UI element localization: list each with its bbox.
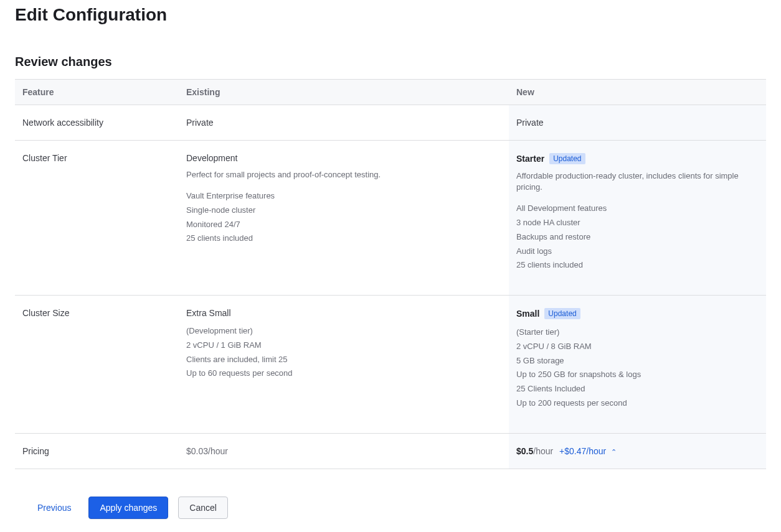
list-item: (Development tier) <box>186 324 501 338</box>
list-item: 25 clients included <box>516 258 759 273</box>
feature-label: Pricing <box>15 434 179 469</box>
list-item: 25 Clients Included <box>516 382 759 396</box>
price-existing-value: $0.03/hour <box>186 446 228 456</box>
list-item: 2 vCPU / 8 GiB RAM <box>516 340 759 354</box>
list-item: Single-node cluster <box>186 203 501 218</box>
price-new-amount: $0.5 <box>516 446 533 456</box>
review-table: Feature Existing New Network accessibili… <box>15 79 766 469</box>
list-item: 3 node HA cluster <box>516 216 759 230</box>
section-title: Review changes <box>15 55 766 69</box>
tier-desc-new: Affordable production-ready cluster, inc… <box>516 170 759 193</box>
tier-name-new: Starter <box>516 154 544 164</box>
cancel-button[interactable]: Cancel <box>178 497 228 519</box>
size-name-existing: Extra Small <box>186 308 501 318</box>
existing-value: Private <box>179 105 509 140</box>
list-item: 2 vCPU / 1 GiB RAM <box>186 338 501 353</box>
table-row-pricing: Pricing $0.03/hour $0.5/hour +$0.47/hour… <box>15 434 766 469</box>
feature-label: Network accessibility <box>15 105 179 140</box>
table-row-tier: Cluster Tier Development Perfect for sma… <box>15 141 766 296</box>
feature-label: Cluster Tier <box>15 141 179 295</box>
header-new: New <box>509 80 766 105</box>
list-item: Up to 60 requests per second <box>186 366 501 381</box>
list-item: Up to 250 GB for snapshots & logs <box>516 368 759 382</box>
list-item: 5 GB storage <box>516 354 759 368</box>
table-row-network: Network accessibility Private Private <box>15 105 766 141</box>
existing-price: $0.03/hour <box>179 434 509 469</box>
price-new-unit: /hour <box>533 446 553 456</box>
action-bar: Previous Apply changes Cancel <box>15 497 766 519</box>
list-item: Vault Enterprise features <box>186 189 501 203</box>
price-delta-value: +$0.47/hour <box>559 446 606 456</box>
existing-tier: Development Perfect for small projects a… <box>179 141 509 295</box>
size-features-existing: (Development tier) 2 vCPU / 1 GiB RAM Cl… <box>186 324 501 381</box>
new-size: Small Updated (Starter tier) 2 vCPU / 8 … <box>509 296 766 433</box>
size-name-new: Small <box>516 309 539 319</box>
list-item: All Development features <box>516 202 759 216</box>
new-tier: Starter Updated Affordable production-re… <box>509 141 766 295</box>
list-item: (Starter tier) <box>516 325 759 340</box>
page-title: Edit Configuration <box>15 5 766 25</box>
list-item: 25 clients included <box>186 231 501 246</box>
table-row-size: Cluster Size Extra Small (Development ti… <box>15 296 766 434</box>
list-item: Backups and restore <box>516 230 759 245</box>
header-existing: Existing <box>179 80 509 105</box>
existing-size: Extra Small (Development tier) 2 vCPU / … <box>179 296 509 433</box>
previous-button[interactable]: Previous <box>30 497 78 518</box>
header-feature: Feature <box>15 80 179 105</box>
list-item: Audit logs <box>516 245 759 259</box>
feature-label: Cluster Size <box>15 296 179 433</box>
apply-changes-button[interactable]: Apply changes <box>88 497 168 519</box>
new-price: $0.5/hour +$0.47/hour ⌃ <box>509 434 766 469</box>
list-item: Up to 200 requests per second <box>516 396 759 411</box>
tier-name-existing: Development <box>186 153 501 163</box>
tier-features-new: All Development features 3 node HA clust… <box>516 202 759 273</box>
list-item: Clients are included, limit 25 <box>186 353 501 367</box>
new-value: Private <box>509 105 766 140</box>
tier-features-existing: Vault Enterprise features Single-node cl… <box>186 189 501 246</box>
size-features-new: (Starter tier) 2 vCPU / 8 GiB RAM 5 GB s… <box>516 325 759 411</box>
table-header-row: Feature Existing New <box>15 79 766 105</box>
chevron-up-icon: ⌃ <box>611 448 617 456</box>
updated-badge: Updated <box>544 308 580 319</box>
list-item: Monitored 24/7 <box>186 218 501 232</box>
updated-badge: Updated <box>549 153 585 164</box>
price-delta-toggle[interactable]: +$0.47/hour ⌃ <box>559 446 617 456</box>
tier-desc-existing: Perfect for small projects and proof-of-… <box>186 169 501 180</box>
